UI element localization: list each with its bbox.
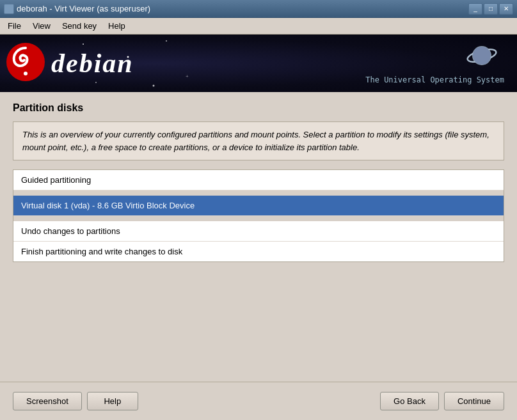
debian-banner: + + + + debian The Universal Operating S…: [0, 35, 517, 92]
app-icon: [4, 4, 14, 14]
planet-icon: [466, 40, 498, 72]
svg-point-12: [95, 82, 97, 83]
close-button[interactable]: ✕: [499, 3, 513, 15]
svg-point-0: [83, 43, 84, 45]
title-bar-left: deborah - Virt Viewer (as superuser): [4, 4, 150, 14]
main-content: Partition disks This is an overview of y…: [0, 92, 517, 382]
page-title: Partition disks: [13, 102, 504, 114]
partition-separator: [13, 191, 504, 196]
bottom-left-buttons: Screenshot Help: [13, 392, 138, 410]
bottom-bar: Screenshot Help Go Back Continue: [0, 382, 517, 420]
debian-tagline: The Universal Operating System: [365, 75, 504, 84]
svg-point-13: [153, 85, 155, 87]
menu-view[interactable]: View: [28, 19, 56, 33]
debian-logo-text: debian: [51, 48, 134, 79]
partition-separator-2: [13, 216, 504, 221]
continue-button[interactable]: Continue: [444, 392, 504, 410]
help-button[interactable]: Help: [87, 392, 138, 410]
window-title: deborah - Virt Viewer (as superuser): [17, 4, 150, 13]
bottom-right-buttons: Go Back Continue: [380, 392, 504, 410]
debian-swirl: [5, 42, 47, 85]
description-box: This is an overview of your currently co…: [13, 121, 504, 160]
menu-file[interactable]: File: [3, 19, 26, 33]
svg-point-22: [24, 72, 28, 75]
go-back-button[interactable]: Go Back: [380, 392, 439, 410]
menu-help[interactable]: Help: [103, 19, 131, 33]
svg-point-25: [473, 47, 491, 65]
title-bar: deborah - Virt Viewer (as superuser) _ □…: [0, 0, 517, 18]
svg-text:+: +: [186, 74, 189, 79]
menu-bar: File View Send key Help: [0, 18, 517, 35]
svg-point-2: [166, 40, 167, 42]
minimize-button[interactable]: _: [468, 3, 482, 15]
partition-item-vda[interactable]: Virtual disk 1 (vda) - 8.6 GB Virtio Blo…: [13, 196, 504, 216]
partition-item-finish[interactable]: Finish partitioning and write changes to…: [13, 242, 504, 261]
screenshot-button[interactable]: Screenshot: [13, 392, 82, 410]
partition-item-guided[interactable]: Guided partitioning: [13, 170, 504, 191]
partition-list: Guided partitioning Virtual disk 1 (vda)…: [13, 169, 504, 262]
partition-item-undo[interactable]: Undo changes to partitions: [13, 221, 504, 242]
maximize-button[interactable]: □: [484, 3, 498, 15]
window-controls[interactable]: _ □ ✕: [468, 3, 513, 15]
menu-sendkey[interactable]: Send key: [57, 19, 102, 33]
